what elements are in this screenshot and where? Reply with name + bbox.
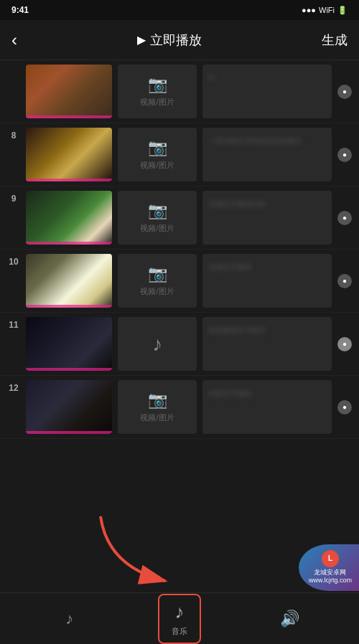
music-label: 音乐	[172, 626, 187, 637]
slot-label: 视频/图片	[140, 223, 174, 234]
slot-label: 视频/图片	[140, 97, 174, 108]
toggle-indicator: ●	[342, 340, 347, 348]
toolbar-btn-volume[interactable]: 🔊	[268, 610, 311, 628]
clip-toggle[interactable]: ●	[337, 400, 352, 415]
clip-toggle[interactable]: ●	[337, 85, 352, 99]
clip-thumbnail[interactable]	[26, 317, 112, 371]
clip-toggle[interactable]: ●	[337, 148, 352, 162]
wifi-icon: WiFi	[319, 6, 335, 14]
clip-number: 10	[7, 257, 20, 267]
header-title: ▶ 立即播放	[137, 32, 202, 49]
clip-number: 9	[7, 194, 20, 204]
watermark-text-line2: www.lcjrtg.com	[309, 577, 352, 585]
clip-number: 8	[7, 131, 20, 141]
clip-row: 9 📷 视频/图片 示例文字预览内容 ●	[0, 186, 359, 250]
clip-thumbnail[interactable]	[26, 65, 112, 118]
clip-text-area[interactable]: 内容预览文字显示	[202, 317, 332, 371]
toggle-indicator: ●	[342, 403, 347, 411]
camera-icon: 📷	[148, 75, 167, 94]
toggle-indicator: ●	[342, 277, 347, 285]
back-button[interactable]: ‹	[11, 30, 17, 50]
status-icons: ●●● WiFi 🔋	[302, 6, 348, 15]
clip-toggle[interactable]: ●	[337, 337, 352, 351]
watermark-logo: L	[322, 550, 339, 567]
clip-thumbnail[interactable]	[26, 128, 112, 181]
toggle-indicator: ●	[342, 87, 347, 95]
clip-thumbnail[interactable]	[26, 380, 112, 434]
clip-media-slot[interactable]: 📷 视频/图片	[118, 254, 197, 308]
clip-number: 11	[7, 320, 20, 330]
header: ‹ ▶ 立即播放 生成	[0, 20, 359, 60]
clip-text-area[interactable]: 内容文字预览	[202, 380, 332, 434]
toolbar-btn-music-left[interactable]: ♪	[48, 610, 91, 628]
slot-label: 视频/图片	[140, 286, 174, 297]
watermark: L 龙城安卓网 www.lcjrtg.com	[299, 544, 359, 591]
battery-icon: 🔋	[337, 6, 348, 15]
clip-text-area[interactable]: 示例文字预览内容	[202, 191, 332, 245]
clip-row: 8 📷 视频/图片 一些示例文字内容在这里显示 ●	[0, 123, 359, 186]
play-icon: ▶	[137, 33, 146, 47]
clip-media-slot[interactable]: 📷 视频/图片	[118, 65, 197, 118]
clip-toggle[interactable]: ●	[337, 274, 352, 288]
clip-number: 12	[7, 383, 20, 393]
clips-list: 📷 视频/图片 Ci ● 8 📷 视频/图片 一些示例文字内容在这里显示 ● 9…	[0, 60, 359, 592]
slot-label: 视频/图片	[140, 160, 174, 171]
camera-icon: 📷	[148, 391, 167, 409]
toggle-indicator: ●	[342, 151, 347, 158]
clip-text-preview: 内容文字预览	[208, 389, 251, 397]
clip-thumbnail[interactable]	[26, 254, 112, 308]
clip-media-slot[interactable]: 📷 视频/图片	[118, 380, 197, 434]
camera-icon: 📷	[148, 265, 167, 283]
status-time: 9:41	[11, 5, 29, 15]
clip-media-slot[interactable]: 📷 视频/图片	[118, 191, 197, 245]
clip-media-slot[interactable]	[118, 317, 197, 371]
clip-text-preview: 内容预览文字显示	[208, 326, 266, 334]
camera-icon: 📷	[148, 138, 167, 157]
watermark-logo-text: L	[328, 554, 332, 562]
clip-text-area[interactable]: 示例文字预览	[202, 254, 332, 308]
header-title-text: 立即播放	[150, 32, 202, 49]
signal-icon: ●●●	[302, 6, 316, 14]
camera-icon: 📷	[148, 202, 167, 220]
music-icon: ♪	[174, 601, 184, 623]
clip-text-area[interactable]: Ci	[202, 65, 332, 118]
clip-thumbnail[interactable]	[26, 191, 112, 245]
status-bar: 9:41 ●●● WiFi 🔋	[0, 0, 359, 20]
generate-button[interactable]: 生成	[322, 32, 348, 49]
clip-row: 10 📷 视频/图片 示例文字预览 ●	[0, 250, 359, 313]
music-note-left-icon: ♪	[65, 610, 73, 628]
clip-text-preview: 示例文字预览	[208, 263, 251, 271]
clip-text-area[interactable]: 一些示例文字内容在这里显示	[202, 128, 332, 181]
clip-row: 12 📷 视频/图片 内容文字预览 ●	[0, 376, 359, 439]
clip-text-preview: Ci	[208, 74, 215, 82]
watermark-text-line1: 龙城安卓网	[314, 569, 346, 577]
clip-media-slot[interactable]: 📷 视频/图片	[118, 128, 197, 181]
volume-icon: 🔊	[280, 610, 299, 628]
clip-row: 📷 视频/图片 Ci ●	[0, 60, 359, 123]
clip-text-preview: 示例文字预览内容	[208, 200, 266, 208]
clip-text-preview: 一些示例文字内容在这里显示	[208, 137, 302, 145]
bottom-toolbar: ♪ ♪ 音乐 🔊	[0, 592, 359, 644]
toolbar-btn-music[interactable]: ♪ 音乐	[158, 594, 201, 644]
toggle-indicator: ●	[342, 214, 347, 222]
clip-toggle[interactable]: ●	[337, 211, 352, 225]
slot-label: 视频/图片	[140, 412, 174, 423]
clip-row: 11 内容预览文字显示 ●	[0, 313, 359, 376]
